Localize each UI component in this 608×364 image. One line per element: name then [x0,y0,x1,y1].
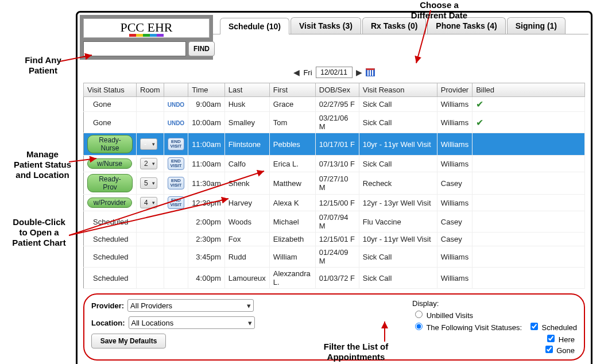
cell-provider: Williams [437,133,472,156]
table-row[interactable]: GoneUNDO10:00amSmalleyTom03/21/06 MSick … [84,112,585,133]
column-header[interactable]: First [269,83,315,97]
cell-last: Flintstone [224,133,269,156]
cell-reason: Recheck [359,172,437,195]
cell-dob: 03/21/06 M [315,112,359,133]
schedule-table: Visit StatusRoomTimeLastFirstDOB/SexVisi… [83,83,585,289]
cell-dob: 07/07/94 M [315,211,359,233]
cell-provider: Williams [437,195,472,211]
date-input[interactable] [316,67,353,78]
status-pill[interactable]: w/Nurse [87,158,132,169]
room-dropdown[interactable]: 2 [140,158,157,169]
status-pill[interactable]: w/Provider [87,198,132,208]
location-label: Location: [91,319,125,327]
cell-reason: 12yr - 13yr Well Visit [359,195,437,211]
column-header[interactable]: Room [137,83,164,97]
cell-time: 3:45pm [188,246,225,268]
column-header[interactable]: Visit Status [84,83,137,97]
cell-last: Woods [224,211,269,233]
tab[interactable]: Visit Tasks (3) [291,17,361,34]
undo-link[interactable]: UNDO [168,102,184,108]
location-dropdown[interactable]: All Locations [129,316,255,329]
cell-dob: 12/15/00 F [315,195,359,211]
calendar-icon[interactable] [366,68,375,76]
cell-provider: Casey [437,233,472,246]
cell-reason: Sick Call [359,97,437,112]
provider-dropdown[interactable]: All Providers [127,299,254,312]
annotation-filter-list: Filter the List ofAppointments [310,342,402,362]
cell-first: William [269,246,315,268]
column-header[interactable]: Visit Reason [359,83,437,97]
cell-reason: Flu Vaccine [359,211,437,233]
cell-provider: Williams [437,97,472,112]
table-row[interactable]: Ready-Nurse-ENDVISIT11:00amFlintstonePeb… [84,133,585,156]
column-header[interactable]: Billed [473,83,585,97]
cell-last: Lamoureux [224,268,269,289]
cell-reason: Sick Call [359,268,437,289]
tab[interactable]: Schedule (10) [220,18,289,34]
room-dropdown[interactable]: 5 [140,177,157,189]
next-date-button[interactable]: ▶ [356,68,362,77]
column-header[interactable]: Last [224,83,269,97]
save-defaults-button[interactable]: Save My Defaults [91,334,166,348]
end-visit-button[interactable]: ENDVISIT [168,138,184,150]
status-pill[interactable]: Ready-Nurse [87,135,133,153]
find-patient-input[interactable] [83,41,186,56]
cell-dob: 07/13/10 F [315,156,359,172]
table-row[interactable]: Scheduled2:00pmWoodsMichael07/07/94 MFlu… [84,211,585,233]
room-dropdown[interactable]: 4 [140,197,157,208]
cell-time: 9:00am [188,97,225,112]
radio-unbilled[interactable] [415,311,423,318]
cell-first: Erica L. [269,156,315,172]
cell-reason: Sick Call [359,156,437,172]
cell-dob: 02/27/95 F [315,97,359,112]
cell-reason: 10yr - 11yr Well Visit [359,133,437,156]
logo-search-block: PCC EHR FIND [80,15,213,60]
cell-provider: Casey [437,211,472,233]
table-row[interactable]: w/Provider4ENDVISIT12:30pmHarveyAlexa K1… [84,195,585,211]
cell-last: Shenk [224,172,269,195]
billed-check-icon: ✔ [476,99,483,109]
table-row[interactable]: Ready-Prov5ENDVISIT11:30amShenkMatthew07… [84,172,585,195]
cell-time: 11:00am [188,133,225,156]
status-pill[interactable]: Ready-Prov [87,174,133,192]
end-visit-button[interactable]: ENDVISIT [168,177,184,189]
column-header[interactable]: Time [188,83,225,97]
cell-time: 4:00pm [188,268,225,289]
end-visit-button[interactable]: ENDVISIT [168,196,184,209]
column-header[interactable]: Provider [437,83,472,97]
chk-here[interactable] [547,335,555,342]
annotation-double-click: Double-Clickto Open aPatient Chart [3,217,75,248]
table-row[interactable]: Scheduled4:00pmLamoureuxAlexzandra L.01/… [84,268,585,289]
cell-last: Calfo [224,156,269,172]
end-visit-button[interactable]: ENDVISIT [168,157,184,170]
table-row[interactable]: Scheduled2:30pmFoxElizabeth12/15/01 F10y… [84,233,585,246]
chk-gone[interactable] [545,346,553,353]
cell-time: 2:30pm [188,233,225,246]
cell-first: Alexzandra L. [269,268,315,289]
room-dropdown[interactable]: - [140,138,157,150]
cell-last: Smalley [224,112,269,133]
tab[interactable]: Signing (1) [507,17,566,34]
column-header[interactable]: DOB/Sex [315,83,359,97]
cell-dob: 12/15/01 F [315,233,359,246]
display-label: Display: [412,299,577,308]
table-row[interactable]: Scheduled3:45pmRuddWilliam01/24/09 MSick… [84,246,585,268]
app-window: PCC EHR FIND Schedule (10)Visit Tasks (3… [76,11,592,364]
cell-first: Michael [269,211,315,233]
table-row[interactable]: GoneUNDO9:00amHuskGrace02/27/95 FSick Ca… [84,97,585,112]
prev-date-button[interactable]: ◀ [293,68,300,77]
annotation-choose-date: Choose aDifferent Date [396,0,482,21]
table-row[interactable]: w/Nurse2ENDVISIT11:00amCalfoErica L.07/1… [84,156,585,172]
undo-link[interactable]: UNDO [168,120,184,126]
cell-dob: 10/17/01 F [315,133,359,156]
cell-time: 11:00am [188,156,225,172]
find-button[interactable]: FIND [188,41,215,56]
column-header[interactable] [164,83,188,97]
radio-statuses[interactable] [415,323,423,330]
cell-last: Rudd [224,246,269,268]
cell-reason: Sick Call [359,112,437,133]
cell-time: 12:30pm [188,195,225,211]
chk-scheduled[interactable] [530,323,538,330]
cell-dob: 01/03/72 F [315,268,359,289]
cell-first: Alexa K [269,195,315,211]
